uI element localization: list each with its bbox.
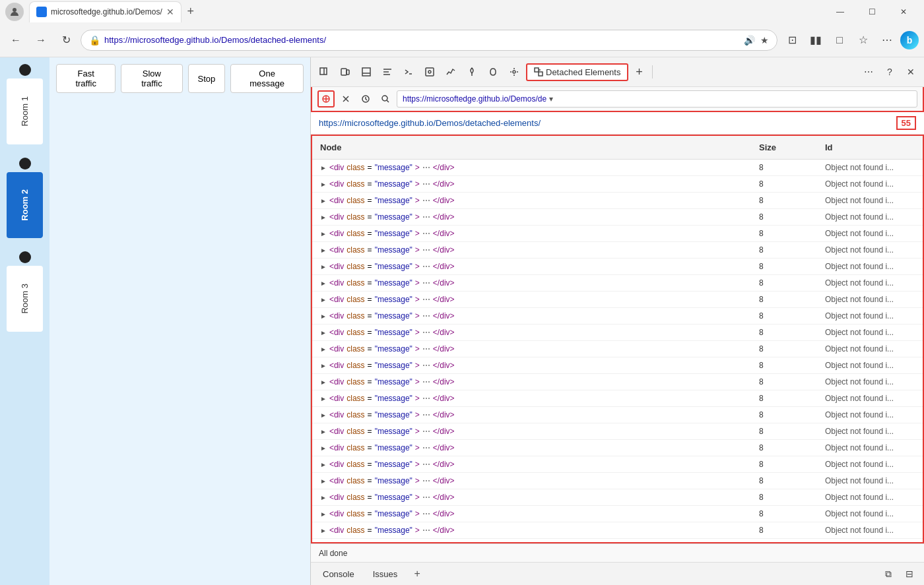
network-tool[interactable] — [463, 63, 481, 81]
expand-arrow-icon[interactable]: ► — [320, 412, 327, 419]
table-row[interactable]: ► <div class="message"> ⋯ </div> 8 Objec… — [312, 374, 923, 390]
sidebar-icon[interactable]: ▮▮ — [805, 30, 826, 51]
search-button[interactable] — [377, 90, 394, 108]
tab-close-button[interactable]: ✕ — [166, 7, 174, 17]
address-bar[interactable]: 🔒 https://microsoftedge.github.io/Demos/… — [81, 30, 777, 51]
id-column-header[interactable]: Id — [817, 140, 923, 155]
stop-button[interactable]: Stop — [188, 64, 226, 93]
expand-arrow-icon[interactable]: ► — [320, 313, 327, 320]
dock-to-separate-button[interactable]: ⧉ — [879, 565, 898, 583]
favorites-icon[interactable]: ★ — [760, 35, 769, 46]
active-tab[interactable]: microsoftedge.github.io/Demos/ ✕ — [29, 1, 182, 22]
application-tool[interactable] — [505, 63, 523, 81]
table-row[interactable]: ► <div class="message"> ⋯ </div> 8 Objec… — [312, 292, 923, 308]
room-1-item[interactable]: Room 1 — [5, 64, 45, 144]
expand-arrow-icon[interactable]: ► — [320, 362, 327, 369]
expand-arrow-icon[interactable]: ► — [320, 379, 327, 386]
table-row[interactable]: ► <div class="message"> ⋯ </div> 8 Objec… — [312, 506, 923, 522]
detached-elements-tab[interactable]: Detached Elements — [526, 63, 628, 81]
expand-arrow-icon[interactable]: ► — [320, 280, 327, 287]
minimize-button[interactable]: — — [825, 1, 855, 22]
split-screen-icon[interactable]: □ — [829, 30, 850, 51]
close-devtools-button[interactable]: ✕ — [902, 63, 920, 81]
expand-arrow-icon[interactable]: ► — [320, 395, 327, 402]
table-row[interactable]: ► <div class="message"> ⋯ </div> 8 Objec… — [312, 423, 923, 440]
table-row[interactable]: ► <div class="message"> ⋯ </div> 8 Objec… — [312, 275, 923, 292]
add-tool-button[interactable]: + — [631, 64, 647, 80]
console-tool[interactable] — [399, 63, 418, 81]
refresh-button[interactable]: ↻ — [55, 30, 77, 51]
table-row[interactable]: ► <div class="message"> ⋯ </div> 8 Objec… — [312, 193, 923, 209]
node-column-header[interactable]: Node — [312, 140, 751, 155]
room-1-card[interactable]: Room 1 — [7, 78, 43, 144]
room-3-item[interactable]: Room 3 — [5, 251, 45, 332]
forward-button[interactable]: → — [30, 30, 51, 51]
expand-arrow-icon[interactable]: ► — [320, 214, 327, 221]
expand-arrow-icon[interactable]: ► — [320, 197, 327, 204]
room-2-item[interactable]: Room 2 — [5, 158, 45, 238]
table-row[interactable]: ► <div class="message"> ⋯ </div> 8 Objec… — [312, 456, 923, 473]
table-row[interactable]: ► <div class="message"> ⋯ </div> 8 Objec… — [312, 176, 923, 193]
room-3-card[interactable]: Room 3 — [7, 266, 43, 332]
back-button[interactable]: ← — [5, 30, 26, 51]
table-row[interactable]: ► <div class="message"> ⋯ </div> 8 Objec… — [312, 259, 923, 275]
toggle-drawer-tool[interactable] — [357, 63, 376, 81]
help-button[interactable]: ? — [880, 63, 899, 81]
add-panel-button[interactable]: + — [409, 566, 425, 582]
expand-arrow-icon[interactable]: ► — [320, 230, 327, 237]
table-row[interactable]: ► <div class="message"> ⋯ </div> 8 Objec… — [312, 522, 923, 539]
expand-arrow-icon[interactable]: ► — [320, 346, 327, 353]
table-row[interactable]: ► <div class="message"> ⋯ </div> 8 Objec… — [312, 226, 923, 242]
table-row[interactable]: ► <div class="message"> ⋯ </div> 8 Objec… — [312, 489, 923, 506]
table-row[interactable]: ► <div class="message"> ⋯ </div> 8 Objec… — [312, 308, 923, 324]
back-button-sub[interactable] — [357, 90, 374, 108]
devtools-url-bar[interactable]: https://microsoftedge.github.io/Demos/de… — [397, 90, 917, 108]
expand-arrow-icon[interactable]: ► — [320, 329, 327, 336]
collections-icon[interactable]: ⊡ — [781, 30, 803, 51]
table-row[interactable]: ► <div class="message"> ⋯ </div> 8 Objec… — [312, 160, 923, 176]
elements-tool[interactable] — [378, 63, 397, 81]
more-tools-icon[interactable]: ⋯ — [876, 30, 898, 51]
expand-arrow-icon[interactable]: ► — [320, 263, 327, 270]
one-message-button[interactable]: One message — [230, 64, 304, 93]
issues-tab[interactable]: Issues — [366, 567, 405, 582]
dock-side-button[interactable]: ⊟ — [900, 565, 919, 583]
performance-tool[interactable] — [442, 63, 460, 81]
expand-arrow-icon[interactable]: ► — [320, 527, 327, 534]
get-detached-elements-button[interactable] — [317, 90, 335, 108]
table-row[interactable]: ► <div class="message"> ⋯ </div> 8 Objec… — [312, 242, 923, 259]
customize-devtools-button[interactable]: ⋯ — [859, 63, 878, 81]
expand-arrow-icon[interactable]: ► — [320, 428, 327, 435]
expand-arrow-icon[interactable]: ► — [320, 461, 327, 468]
expand-arrow-icon[interactable]: ► — [320, 181, 327, 188]
slow-traffic-button[interactable]: Slow traffic — [121, 64, 182, 93]
room-2-card[interactable]: Room 2 — [7, 172, 43, 238]
sources-tool[interactable] — [420, 63, 439, 81]
inspect-element-tool[interactable] — [315, 63, 333, 81]
fast-traffic-button[interactable]: Fast traffic — [56, 64, 116, 93]
table-row[interactable]: ► <div class="message"> ⋯ </div> 8 Objec… — [312, 341, 923, 357]
expand-arrow-icon[interactable]: ► — [320, 247, 327, 254]
table-row[interactable]: ► <div class="message"> ⋯ </div> 8 Objec… — [312, 440, 923, 456]
table-row[interactable]: ► <div class="message"> ⋯ </div> 8 Objec… — [312, 324, 923, 341]
expand-arrow-icon[interactable]: ► — [320, 445, 327, 452]
favorites-star-icon[interactable]: ☆ — [853, 30, 874, 51]
expand-arrow-icon[interactable]: ► — [320, 494, 327, 501]
new-tab-button[interactable]: + — [182, 3, 200, 21]
read-aloud-icon[interactable]: 🔊 — [744, 35, 755, 46]
table-row[interactable]: ► <div class="message"> ⋯ </div> 8 Objec… — [312, 407, 923, 423]
table-row[interactable]: ► <div class="message"> ⋯ </div> 8 Objec… — [312, 357, 923, 374]
profile-icon[interactable] — [5, 3, 24, 21]
expand-arrow-icon[interactable]: ► — [320, 477, 327, 485]
expand-arrow-icon[interactable]: ► — [320, 164, 327, 171]
table-row[interactable]: ► <div class="message"> ⋯ </div> 8 Objec… — [312, 209, 923, 226]
console-tab[interactable]: Console — [316, 567, 361, 582]
memory-tool[interactable] — [484, 63, 502, 81]
table-row[interactable]: ► <div class="message"> ⋯ </div> 8 Objec… — [312, 390, 923, 407]
size-column-header[interactable]: Size — [751, 140, 817, 155]
url-dropdown-button[interactable]: ▾ — [549, 94, 553, 104]
table-row[interactable]: ► <div class="message"> ⋯ </div> 8 Objec… — [312, 473, 923, 489]
edge-copilot-icon[interactable]: b — [900, 31, 919, 49]
device-emulation-tool[interactable] — [336, 63, 354, 81]
close-button[interactable]: ✕ — [888, 1, 919, 22]
